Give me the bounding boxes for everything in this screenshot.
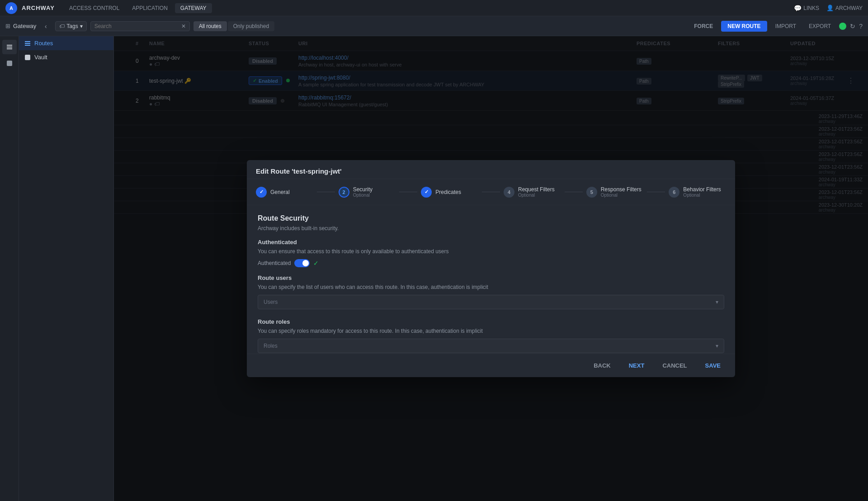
nav-application[interactable]: APPLICATION: [127, 3, 173, 13]
step-connector: [565, 192, 583, 192]
step-circle-request-filters: 4: [504, 187, 514, 198]
top-nav: A ARCHWAY ACCESS CONTROL APPLICATION GAT…: [0, 0, 868, 16]
svg-rect-0: [7, 61, 12, 66]
filter-only-published[interactable]: Only published: [228, 21, 274, 31]
step-circle-security: 2: [339, 187, 349, 198]
wizard-step-predicates[interactable]: ✓ Predicates: [421, 187, 478, 198]
step-circle-behavior-filters: 6: [669, 187, 679, 198]
sidebar-item-vault[interactable]: [2, 56, 17, 71]
app-brand: ARCHWAY: [22, 5, 55, 11]
force-button[interactable]: FORCE: [689, 21, 717, 31]
top-nav-right: 💬 LINKS 👤 ARCHWAY: [794, 5, 863, 12]
gateway-label: ⊞ Gateway: [5, 23, 36, 29]
wizard-step-request-filters[interactable]: 4 Request Filters Optional: [504, 186, 561, 198]
step-circle-predicates: ✓: [421, 187, 432, 198]
step-label-general: General: [270, 189, 290, 195]
step-info-security: Security Optional: [353, 186, 373, 198]
section-title: Route Security: [258, 214, 724, 222]
save-button[interactable]: SAVE: [700, 359, 726, 372]
svg-rect-1: [25, 55, 30, 60]
step-circle-general: ✓: [256, 187, 267, 198]
filter-all-routes[interactable]: All routes: [193, 21, 227, 31]
users-title: Route users: [258, 274, 724, 281]
main-layout: Routes Vault # Name Status URI Predicate…: [0, 36, 868, 501]
step-circle-response-filters: 5: [586, 187, 597, 198]
nav-right-buttons: FORCE NEW ROUTE IMPORT EXPORT ↻ ?: [689, 21, 863, 32]
check-icon: ✓: [313, 260, 319, 267]
modal-body: Route Security Archway includes built-in…: [247, 205, 735, 354]
wizard-step-general[interactable]: ✓ General: [256, 187, 313, 198]
search-input[interactable]: [94, 23, 181, 29]
modal-title: Edit Route 'test-spring-jwt': [247, 160, 735, 179]
import-button[interactable]: IMPORT: [771, 21, 801, 31]
step-info-behavior-filters: Behavior Filters Optional: [683, 186, 721, 198]
auth-row: Authenticated ✓: [258, 259, 724, 267]
modal-overlay: Edit Route 'test-spring-jwt' ✓ General 2…: [114, 36, 868, 501]
filter-buttons: All routes Only published: [193, 21, 274, 31]
content-area: # Name Status URI Predicates Filters Upd…: [114, 36, 868, 501]
roles-desc: You can specify roles mandatory for acce…: [258, 328, 724, 334]
next-button[interactable]: NEXT: [623, 359, 650, 372]
toggle-container[interactable]: [294, 259, 310, 267]
wizard-step-behavior-filters[interactable]: 6 Behavior Filters Optional: [669, 186, 726, 198]
sidebar-item-routes[interactable]: [2, 40, 17, 54]
nav-user[interactable]: 👤 ARCHWAY: [826, 5, 863, 11]
roles-select[interactable]: Roles ▾: [258, 339, 724, 353]
roles-title: Route roles: [258, 318, 724, 325]
users-placeholder: Users: [264, 299, 278, 305]
step-label-predicates: Predicates: [435, 189, 461, 195]
top-nav-items: ACCESS CONTROL APPLICATION GATEWAY: [64, 3, 794, 13]
auth-label: Authenticated: [258, 260, 291, 266]
back-button[interactable]: BACK: [588, 359, 616, 372]
nav-access-control[interactable]: ACCESS CONTROL: [64, 3, 125, 13]
roles-placeholder: Roles: [264, 343, 278, 349]
step-info-request-filters: Request Filters Optional: [518, 186, 555, 198]
edit-route-modal: Edit Route 'test-spring-jwt' ✓ General 2…: [247, 160, 735, 377]
users-desc: You can specify the list of users who ca…: [258, 284, 724, 290]
nav-gateway[interactable]: GATEWAY: [175, 3, 212, 13]
users-select[interactable]: Users ▾: [258, 295, 724, 309]
nav-links[interactable]: 💬 LINKS: [794, 5, 819, 12]
section-desc: Archway includes built-in security.: [258, 225, 724, 232]
cancel-button[interactable]: CANCEL: [657, 359, 692, 372]
authenticated-title: Authenticated: [258, 239, 724, 246]
new-route-button[interactable]: NEW ROUTE: [721, 21, 767, 32]
step-connector: [399, 192, 417, 192]
wizard-steps: ✓ General 2 Security Optional: [247, 179, 735, 205]
modal-footer: BACK NEXT CANCEL SAVE: [247, 354, 735, 377]
search-box: ✕: [90, 21, 190, 31]
help-icon[interactable]: ?: [859, 23, 863, 30]
wizard-step-security[interactable]: 2 Security Optional: [339, 186, 396, 198]
step-connector: [317, 192, 335, 192]
roles-arrow-icon: ▾: [716, 343, 718, 349]
app-logo: A: [5, 2, 17, 14]
step-connector: [647, 192, 665, 192]
step-connector: [482, 192, 500, 192]
wizard-step-response-filters[interactable]: 5 Response Filters Optional: [586, 186, 644, 198]
export-button[interactable]: EXPORT: [804, 21, 835, 31]
tags-dropdown[interactable]: 🏷 Tags ▾: [55, 21, 86, 31]
users-arrow-icon: ▾: [716, 299, 718, 305]
second-nav: ⊞ Gateway ‹ 🏷 Tags ▾ ✕ All routes Only p…: [0, 16, 868, 36]
back-button[interactable]: ‹: [40, 20, 52, 32]
status-dot: [839, 23, 846, 30]
toggle-knob: [302, 260, 309, 266]
authenticated-desc: You can ensure that access to this route…: [258, 248, 724, 255]
left-panel-routes[interactable]: Routes: [19, 36, 113, 50]
left-panel-vault[interactable]: Vault: [19, 50, 113, 64]
authenticated-toggle[interactable]: [294, 259, 310, 267]
search-clear-icon[interactable]: ✕: [181, 23, 186, 29]
step-info-response-filters: Response Filters Optional: [601, 186, 642, 198]
left-panel: Routes Vault: [19, 36, 114, 501]
sidebar: [0, 36, 19, 501]
refresh-icon[interactable]: ↻: [850, 23, 855, 30]
